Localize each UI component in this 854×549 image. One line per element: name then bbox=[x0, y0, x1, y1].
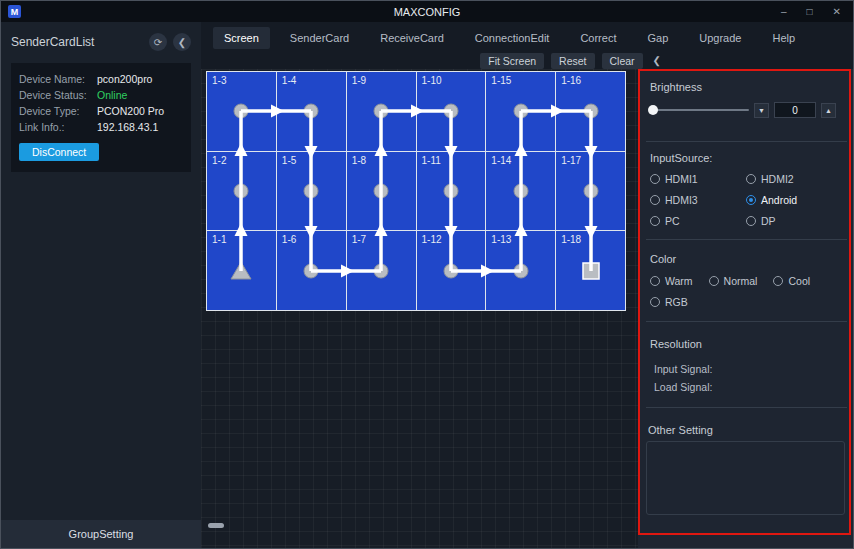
screen-cell-1-14[interactable]: 1-14 bbox=[486, 152, 556, 232]
tab-help[interactable]: Help bbox=[761, 27, 806, 49]
screen-cell-1-15[interactable]: 1-15 bbox=[486, 72, 556, 152]
tab-upgrade[interactable]: Upgrade bbox=[688, 27, 752, 49]
radio-color-rgb[interactable]: RGB bbox=[650, 296, 688, 308]
device-info-value: Online bbox=[97, 87, 127, 103]
screen-map-grid: 1-31-41-91-101-151-161-21-51-81-111-141-… bbox=[206, 71, 626, 311]
toolbar-clear-button[interactable]: Clear bbox=[602, 53, 643, 69]
horizontal-scrollbar[interactable] bbox=[208, 523, 224, 528]
cell-label: 1-5 bbox=[282, 155, 296, 166]
brightness-dropdown-icon[interactable]: ▼ bbox=[754, 103, 769, 118]
device-info-label: Device Name: bbox=[19, 71, 97, 87]
title-bar: M MAXCONFIG – □ ✕ bbox=[1, 1, 853, 22]
refresh-icon[interactable]: ⟳ bbox=[149, 33, 167, 51]
screen-cell-1-11[interactable]: 1-11 bbox=[417, 152, 487, 232]
radio-input-source-hdmi2[interactable]: HDMI2 bbox=[746, 173, 797, 185]
brightness-increment-icon[interactable]: ▲ bbox=[821, 103, 836, 118]
brightness-slider-thumb[interactable] bbox=[648, 105, 658, 115]
window-controls: – □ ✕ bbox=[781, 1, 841, 22]
screen-cell-1-6[interactable]: 1-6 bbox=[277, 231, 347, 311]
load-signal-label: Load Signal: bbox=[654, 381, 712, 393]
tab-correct[interactable]: Correct bbox=[569, 27, 627, 49]
screen-cell-1-5[interactable]: 1-5 bbox=[277, 152, 347, 232]
device-info-label: Link Info.: bbox=[19, 119, 97, 135]
tab-bar: ScreenSenderCardReceiveCardConnectionEdi… bbox=[201, 24, 853, 51]
panel-collapse-icon[interactable]: ❮ bbox=[650, 55, 664, 66]
device-info-row: Device Name:pcon200pro bbox=[19, 71, 183, 87]
screen-cell-1-17[interactable]: 1-17 bbox=[556, 152, 626, 232]
radio-icon bbox=[746, 216, 756, 226]
screen-canvas[interactable]: 1-31-41-91-101-151-161-21-51-81-111-141-… bbox=[201, 69, 638, 548]
radio-label: Warm bbox=[665, 275, 693, 287]
radio-icon bbox=[650, 297, 660, 307]
radio-label: PC bbox=[665, 215, 680, 227]
screen-cell-1-10[interactable]: 1-10 bbox=[417, 72, 487, 152]
cell-label: 1-15 bbox=[491, 75, 511, 86]
screen-map: 1-31-41-91-101-151-161-21-51-81-111-141-… bbox=[206, 71, 626, 311]
separator bbox=[646, 407, 847, 408]
maximize-icon[interactable]: □ bbox=[807, 1, 813, 22]
radio-color-warm[interactable]: Warm bbox=[650, 275, 693, 287]
toolbar-reset-button[interactable]: Reset bbox=[551, 53, 594, 69]
minimize-icon[interactable]: – bbox=[781, 1, 787, 22]
close-icon[interactable]: ✕ bbox=[833, 1, 841, 22]
tab-sendercard[interactable]: SenderCard bbox=[279, 27, 360, 49]
device-info-row: Device Status:Online bbox=[19, 87, 183, 103]
radio-label: RGB bbox=[665, 296, 688, 308]
radio-icon bbox=[650, 195, 660, 205]
radio-color-normal[interactable]: Normal bbox=[709, 275, 758, 287]
input-source-options: HDMI1HDMI2HDMI3AndroidPCDP bbox=[650, 173, 797, 227]
tab-gap[interactable]: Gap bbox=[636, 27, 679, 49]
cell-label: 1-12 bbox=[422, 234, 442, 245]
screen-cell-1-18[interactable]: 1-18 bbox=[556, 231, 626, 311]
screen-cell-1-2[interactable]: 1-2 bbox=[207, 152, 277, 232]
radio-icon bbox=[709, 276, 719, 286]
radio-label: HDMI1 bbox=[665, 173, 698, 185]
radio-icon bbox=[746, 174, 756, 184]
app-window: M MAXCONFIG – □ ✕ SenderCardList ⟳ ❮ Dev… bbox=[0, 0, 854, 549]
radio-icon bbox=[650, 276, 660, 286]
radio-color-cool[interactable]: Cool bbox=[773, 275, 810, 287]
screen-cell-1-1[interactable]: 1-1 bbox=[207, 231, 277, 311]
canvas-toolbar: Fit ScreenResetClear❮ bbox=[480, 52, 664, 69]
resolution-label: Resolution bbox=[650, 338, 702, 350]
device-info-value: pcon200pro bbox=[97, 71, 152, 87]
cell-label: 1-9 bbox=[352, 75, 366, 86]
screen-cell-1-9[interactable]: 1-9 bbox=[347, 72, 417, 152]
screen-cell-1-8[interactable]: 1-8 bbox=[347, 152, 417, 232]
other-setting-group-box bbox=[646, 441, 845, 515]
screen-cell-1-13[interactable]: 1-13 bbox=[486, 231, 556, 311]
tab-receivecard[interactable]: ReceiveCard bbox=[369, 27, 455, 49]
sidebar-title: SenderCardList bbox=[11, 35, 94, 49]
brightness-slider-row: ▼ 0 ▲ bbox=[649, 102, 836, 118]
screen-cell-1-16[interactable]: 1-16 bbox=[556, 72, 626, 152]
sidebar-collapse-icon[interactable]: ❮ bbox=[173, 33, 191, 51]
disconnect-button[interactable]: DisConnect bbox=[19, 143, 99, 161]
radio-input-source-hdmi3[interactable]: HDMI3 bbox=[650, 194, 746, 206]
window-title: MAXCONFIG bbox=[1, 6, 853, 18]
group-setting-button[interactable]: GroupSetting bbox=[1, 520, 201, 548]
cell-label: 1-2 bbox=[212, 155, 226, 166]
cell-label: 1-14 bbox=[491, 155, 511, 166]
radio-input-source-hdmi1[interactable]: HDMI1 bbox=[650, 173, 746, 185]
cell-label: 1-3 bbox=[212, 75, 226, 86]
toolbar-fit-screen-button[interactable]: Fit Screen bbox=[480, 53, 544, 69]
tab-screen[interactable]: Screen bbox=[213, 27, 270, 49]
radio-input-source-android[interactable]: Android bbox=[746, 194, 797, 206]
brightness-label: Brightness bbox=[650, 81, 702, 93]
cell-label: 1-8 bbox=[352, 155, 366, 166]
screen-cell-1-4[interactable]: 1-4 bbox=[277, 72, 347, 152]
screen-cell-1-3[interactable]: 1-3 bbox=[207, 72, 277, 152]
device-info-value: 192.168.43.1 bbox=[97, 119, 158, 135]
separator bbox=[646, 239, 847, 240]
device-info-label: Device Type: bbox=[19, 103, 97, 119]
brightness-slider[interactable] bbox=[649, 109, 749, 111]
separator bbox=[646, 321, 847, 322]
tab-connectionedit[interactable]: ConnectionEdit bbox=[464, 27, 561, 49]
brightness-value[interactable]: 0 bbox=[774, 102, 816, 118]
radio-input-source-dp[interactable]: DP bbox=[746, 215, 797, 227]
screen-cell-1-7[interactable]: 1-7 bbox=[347, 231, 417, 311]
radio-label: DP bbox=[761, 215, 776, 227]
cell-label: 1-18 bbox=[561, 234, 581, 245]
screen-cell-1-12[interactable]: 1-12 bbox=[417, 231, 487, 311]
radio-input-source-pc[interactable]: PC bbox=[650, 215, 746, 227]
